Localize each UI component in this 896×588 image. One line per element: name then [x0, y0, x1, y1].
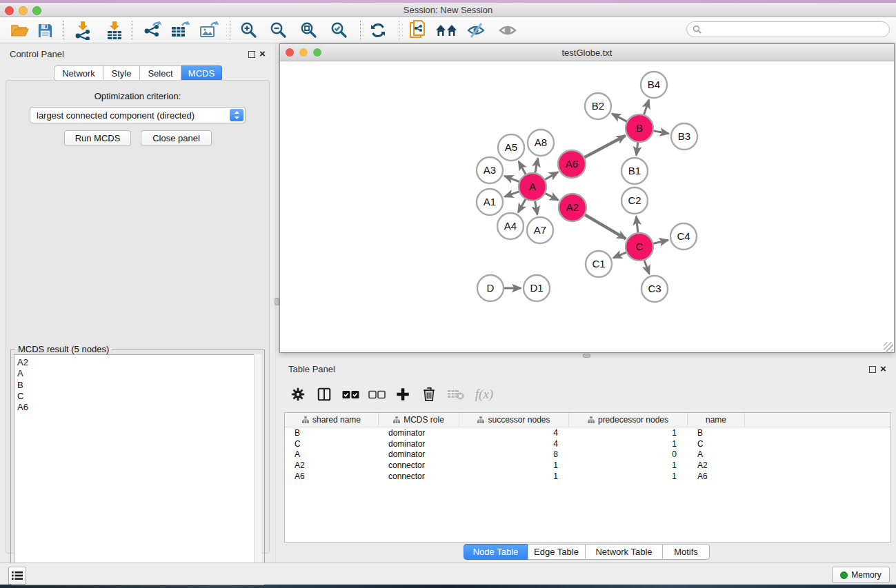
window-resize-grip[interactable] — [884, 342, 893, 352]
horizontal-splitter-grip[interactable] — [583, 354, 590, 358]
mcds-result-item[interactable]: A6 — [17, 402, 261, 413]
table-cell[interactable]: C — [688, 439, 745, 449]
delete-columns-button[interactable] — [416, 383, 442, 406]
graph-edge-A-A6[interactable] — [544, 172, 558, 180]
hide-selected-button[interactable] — [463, 19, 489, 41]
criterion-select[interactable]: largest connected component (directed) — [30, 107, 246, 123]
graph-edge-B-B4[interactable] — [644, 100, 648, 115]
graph-edge-C-C4[interactable] — [653, 240, 668, 243]
tab-edge-table[interactable]: Edge Table — [528, 544, 586, 560]
graph-edge-C-C3[interactable] — [644, 260, 649, 274]
table-row[interactable]: A6connector11A6 — [285, 471, 890, 482]
graph-node-A[interactable]: A — [519, 173, 546, 201]
zoom-out-button[interactable] — [266, 19, 292, 41]
show-panels-button[interactable] — [8, 567, 26, 585]
tab-style[interactable]: Style — [103, 65, 140, 81]
mcds-result-item[interactable]: C — [17, 391, 261, 402]
save-session-button[interactable] — [32, 19, 58, 41]
show-columns-button[interactable] — [311, 383, 337, 406]
graph-edge-C-C1[interactable] — [613, 252, 626, 258]
table-settings-button[interactable] — [285, 383, 311, 406]
zoom-selected-button[interactable] — [326, 19, 352, 41]
graph-node-D[interactable]: D — [477, 275, 504, 301]
zoom-fit-button[interactable] — [296, 19, 322, 41]
network-window-titlebar[interactable]: testGlobe.txt — [280, 44, 894, 61]
tab-network[interactable]: Network — [54, 65, 103, 81]
memory-button[interactable]: Memory — [832, 567, 890, 583]
close-table-panel-icon[interactable]: × — [880, 363, 886, 374]
graph-edge-B-B1[interactable] — [637, 142, 638, 155]
column-header-successor-nodes[interactable]: successor nodes — [459, 413, 569, 427]
table-cell[interactable]: 4 — [459, 428, 569, 438]
run-mcds-button[interactable]: Run MCDS — [64, 130, 131, 146]
delete-table-button[interactable] — [442, 383, 468, 406]
table-cell[interactable]: 1 — [569, 439, 688, 449]
graph-node-A5[interactable]: A5 — [498, 134, 524, 161]
table-cell[interactable]: 1 — [569, 460, 688, 470]
tab-select[interactable]: Select — [140, 65, 181, 81]
graph-node-C[interactable]: C — [626, 233, 653, 261]
mcds-result-item[interactable]: A — [17, 368, 261, 379]
table-cell[interactable]: A6 — [285, 472, 379, 481]
mcds-result-item[interactable]: B — [17, 380, 261, 391]
result-scrollbar[interactable] — [254, 354, 261, 582]
import-table-button[interactable] — [101, 19, 128, 41]
vertical-splitter-grip[interactable] — [275, 298, 279, 305]
graph-node-C1[interactable]: C1 — [586, 251, 612, 277]
graph-node-C2[interactable]: C2 — [621, 187, 648, 214]
graph-node-A3[interactable]: A3 — [477, 157, 503, 183]
tab-node-table[interactable]: Node Table — [464, 544, 528, 560]
column-header-shared-name[interactable]: shared name — [285, 413, 379, 427]
graph-edge-A-A7[interactable] — [535, 201, 537, 215]
network-graph[interactable]: B4B2BB3A8A5A6A3B1AC2A1A2A4A7C4CC1C3DD1 — [280, 61, 894, 352]
refresh-button[interactable] — [365, 19, 391, 41]
graph-node-A6[interactable]: A6 — [558, 150, 586, 178]
table-cell[interactable]: 0 — [569, 449, 688, 459]
zoom-in-button[interactable] — [236, 19, 262, 41]
table-cell[interactable]: 8 — [459, 449, 569, 459]
table-row[interactable]: Bdominator41B — [285, 427, 890, 438]
float-table-panel-icon[interactable] — [869, 366, 876, 373]
search-input[interactable] — [704, 25, 889, 34]
graph-node-B2[interactable]: B2 — [585, 93, 611, 119]
table-cell[interactable]: A2 — [285, 460, 379, 470]
close-panel-button[interactable]: Close panel — [141, 130, 212, 146]
graph-edge-A-A4[interactable] — [518, 199, 526, 212]
graph-edge-A-A1[interactable] — [505, 192, 519, 197]
export-image-button[interactable] — [196, 19, 222, 41]
table-cell[interactable]: 1 — [459, 460, 569, 470]
graph-edge-A-A5[interactable] — [519, 161, 526, 174]
graph-node-B3[interactable]: B3 — [671, 123, 697, 150]
table-cell[interactable]: dominator — [379, 428, 459, 438]
deselect-all-button[interactable] — [364, 383, 390, 406]
graph-node-B[interactable]: B — [626, 114, 653, 142]
function-builder-button[interactable]: f(x) — [468, 383, 500, 406]
column-header-predecessor-nodes[interactable]: predecessor nodes — [569, 413, 688, 427]
graph-node-A4[interactable]: A4 — [497, 213, 524, 239]
tab-network-table[interactable]: Network Table — [586, 544, 663, 560]
table-cell[interactable]: A6 — [688, 472, 745, 481]
tab-motifs[interactable]: Motifs — [663, 544, 710, 560]
graph-node-C4[interactable]: C4 — [670, 223, 697, 250]
show-all-button[interactable] — [495, 19, 521, 41]
table-cell[interactable]: connector — [379, 472, 459, 481]
table-cell[interactable]: 1 — [569, 428, 688, 438]
graph-node-B1[interactable]: B1 — [621, 158, 648, 184]
graph-node-D1[interactable]: D1 — [524, 275, 550, 301]
graph-edge-A-A3[interactable] — [504, 176, 519, 181]
column-header-MCDS-role[interactable]: MCDS role — [379, 413, 459, 427]
open-session-button[interactable] — [7, 19, 33, 41]
table-cell[interactable]: C — [285, 439, 379, 449]
export-table-button[interactable] — [167, 19, 193, 41]
table-cell[interactable]: B — [688, 428, 745, 438]
column-header-name[interactable]: name — [688, 413, 745, 427]
graph-node-B4[interactable]: B4 — [641, 72, 667, 98]
table-cell[interactable]: A — [688, 449, 745, 459]
table-cell[interactable]: A — [285, 449, 379, 459]
graph-edge-A6-B[interactable] — [584, 136, 626, 158]
mcds-result-list[interactable]: A2ABCA6 — [14, 354, 261, 582]
graph-edge-B-B2[interactable] — [612, 114, 627, 122]
export-network-button[interactable] — [140, 19, 166, 41]
float-panel-icon[interactable] — [248, 51, 255, 58]
graph-node-A1[interactable]: A1 — [477, 189, 503, 215]
